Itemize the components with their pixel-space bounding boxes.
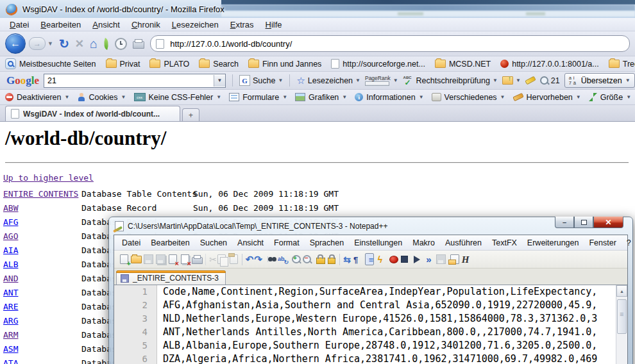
leaf-addon-icon[interactable] xyxy=(102,38,111,50)
dropdown-caret-icon[interactable]: ▼ xyxy=(282,94,287,100)
webdev-item[interactable]: Formulare ▼ xyxy=(229,93,287,102)
menu-item[interactable]: Format xyxy=(269,238,305,247)
menu-item[interactable]: Datei xyxy=(117,238,146,247)
toolbar-button[interactable] xyxy=(216,253,228,265)
history-clock-icon[interactable] xyxy=(115,38,127,50)
translate-button[interactable]: ai7ä Übersetzen ▼ xyxy=(564,73,635,88)
toolbar-button[interactable] xyxy=(435,253,447,265)
menu-item[interactable]: Fenster xyxy=(584,238,621,247)
minimize-button[interactable]: – xyxy=(555,217,574,228)
webdev-item[interactable]: Informationen ▼ xyxy=(355,93,423,102)
menu-item[interactable]: Lesezeichen xyxy=(166,20,224,29)
menu-item[interactable]: Erweiterungen xyxy=(522,238,584,247)
listing-link[interactable]: ARM xyxy=(3,328,81,342)
restore-button[interactable] xyxy=(574,217,593,228)
menu-item[interactable]: Sprachen xyxy=(305,238,350,247)
webdev-item[interactable]: Verschiedenes ▼ xyxy=(432,93,505,102)
toolbar-button[interactable] xyxy=(203,253,216,265)
text-editor[interactable]: 1 Code,Name,Continent,Region,SurfaceArea… xyxy=(114,285,627,364)
stop-button[interactable]: ✕ xyxy=(75,38,84,49)
menu-item[interactable]: Hilfe xyxy=(260,20,288,29)
pagerank-indicator[interactable]: PageRank ▼ xyxy=(365,76,398,86)
toolbar-button[interactable] xyxy=(240,253,252,265)
bookmark-item[interactable]: Meistbesuchte Seiten xyxy=(5,58,96,69)
listing-link[interactable]: ARG xyxy=(3,314,81,328)
toolbar-button[interactable] xyxy=(228,253,240,265)
url-bar[interactable] xyxy=(150,35,630,52)
menu-item[interactable]: Suchen xyxy=(195,238,232,247)
webdev-item[interactable]: Größe ▼ xyxy=(589,93,631,102)
menu-item[interactable]: ? xyxy=(622,238,635,247)
toolbar-button[interactable] xyxy=(167,253,179,265)
search-dropdown-icon[interactable]: ▼ xyxy=(214,75,225,87)
notepad-titlebar[interactable]: C:\Users\Martin\AppData\Local\Temp\_ENTI… xyxy=(109,217,632,235)
listing-link[interactable]: ARE xyxy=(3,300,81,314)
webdev-item[interactable]: Keine CSS-Fehler ▼ xyxy=(134,93,222,102)
vertical-scrollbar[interactable]: ▲ xyxy=(616,285,627,364)
home-button[interactable]: ⌂ xyxy=(90,37,97,50)
dropdown-caret-icon[interactable]: ▼ xyxy=(216,94,221,100)
google-search-box[interactable]: ▼ xyxy=(44,74,226,88)
bookmark-item[interactable]: Search xyxy=(199,60,239,69)
url-input[interactable] xyxy=(169,38,624,49)
dropdown-caret-icon[interactable]: ▼ xyxy=(500,94,505,100)
bookmark-item[interactable]: Finn und Jannes xyxy=(248,60,321,69)
bookmark-item[interactable]: http://127.0.0.1:8001/a... xyxy=(500,60,599,69)
bookmark-item[interactable]: PLATO xyxy=(149,60,189,69)
dropdown-caret-icon[interactable]: ▼ xyxy=(121,94,126,100)
toolbar-button[interactable] xyxy=(301,253,313,265)
toolbar-button[interactable] xyxy=(398,253,411,265)
dropdown-caret-icon[interactable]: ▼ xyxy=(64,94,69,100)
menu-item[interactable]: Ansicht xyxy=(87,20,126,29)
dropdown-caret-icon[interactable]: ▼ xyxy=(576,94,581,100)
menu-item[interactable]: Ausführen xyxy=(440,238,487,247)
webdev-item[interactable]: Hervorheben ▼ xyxy=(513,93,581,102)
dropdown-caret-icon[interactable]: ▼ xyxy=(393,78,398,83)
toolbar-button[interactable] xyxy=(362,253,374,265)
listing-link[interactable]: AIA xyxy=(3,244,81,258)
toolbar-button[interactable] xyxy=(374,253,386,265)
toolbar-button[interactable] xyxy=(350,253,362,265)
listing-link[interactable]: ASM xyxy=(3,342,81,356)
toolbar-button[interactable] xyxy=(276,253,289,265)
toolbar-button[interactable] xyxy=(325,253,337,265)
webdev-item[interactable]: Grafiken ▼ xyxy=(295,93,347,102)
listing-link[interactable]: ENTIRE CONTENTS xyxy=(3,187,81,201)
bookmark-item[interactable]: MCSD.NET xyxy=(435,60,491,69)
toolbar-button[interactable] xyxy=(337,253,350,265)
menu-item[interactable]: Einstellungen xyxy=(349,238,407,247)
toolbar-button[interactable] xyxy=(423,253,435,265)
bookmark-item[interactable]: http://sourceforge.net... xyxy=(331,59,425,69)
toolbar-button[interactable] xyxy=(386,253,398,265)
google-search-button[interactable]: G Suche ▼ xyxy=(239,75,283,86)
scrollbar-thumb[interactable] xyxy=(617,299,627,334)
dropdown-caret-icon[interactable]: ▼ xyxy=(516,78,521,83)
dropdown-caret-icon[interactable]: ▼ xyxy=(625,78,631,83)
toolbar-button[interactable] xyxy=(179,253,191,265)
toolbar-button[interactable] xyxy=(289,253,301,265)
scroll-up-icon[interactable]: ▲ xyxy=(616,285,627,297)
listing-link[interactable]: AND xyxy=(3,272,81,286)
reload-button[interactable]: ↻ xyxy=(59,38,69,50)
menu-item[interactable]: Ansicht xyxy=(232,238,269,247)
menu-item[interactable]: TextFX xyxy=(487,238,522,247)
webdev-item[interactable]: Deaktivieren ▼ xyxy=(5,93,69,102)
bookmark-item[interactable]: Tree Samples xyxy=(609,60,635,69)
toolbar-button[interactable] xyxy=(191,253,203,265)
menu-item[interactable]: Bearbeiten xyxy=(146,238,194,247)
toolbar-button[interactable] xyxy=(130,253,142,265)
menu-item[interactable]: Extras xyxy=(224,20,260,29)
forward-button[interactable]: → xyxy=(29,37,46,50)
listing-link[interactable]: ABW xyxy=(3,201,81,215)
menu-item[interactable]: Bearbeiten xyxy=(35,20,87,29)
highlighter-button[interactable] xyxy=(525,78,536,83)
dropdown-caret-icon[interactable]: ▼ xyxy=(278,78,283,83)
google-search-input[interactable] xyxy=(44,76,214,86)
back-button[interactable]: ← xyxy=(5,33,26,54)
up-to-higher-level-link[interactable]: Up to higher level xyxy=(3,173,94,183)
toolbar-button[interactable] xyxy=(459,253,471,265)
listing-link[interactable]: AFG xyxy=(3,215,81,229)
new-tab-button[interactable]: + xyxy=(182,108,199,121)
toolbar-button[interactable] xyxy=(142,253,155,265)
toolbar-button[interactable] xyxy=(411,253,423,265)
